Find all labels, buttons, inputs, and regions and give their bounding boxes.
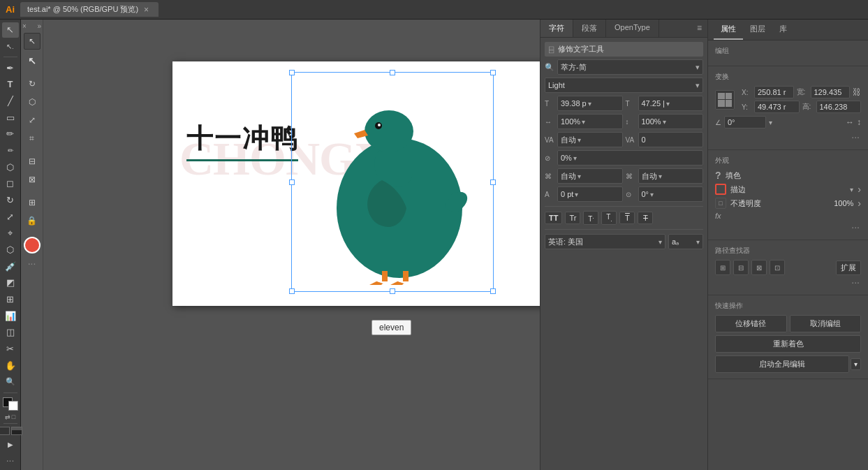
style-tr-btn[interactable]: Tr — [565, 212, 580, 224]
shaper-tool[interactable]: ⬡ — [2, 159, 19, 175]
angle-input[interactable]: 0° — [724, 116, 766, 128]
transform-grid[interactable] — [715, 90, 735, 110]
sec-align[interactable]: ⊟ — [24, 153, 41, 170]
scale-v-input[interactable]: 100% ▾ — [638, 114, 704, 129]
globaledit-dropdown[interactable]: ▾ — [851, 358, 861, 370]
sec-mirror[interactable]: ⬡ — [24, 94, 41, 110]
type-tool[interactable]: T — [2, 77, 19, 92]
panel-menu[interactable]: ≡ — [691, 20, 707, 37]
fill-question[interactable]: ? — [715, 170, 721, 181]
panel-close-btn[interactable]: × — [22, 22, 27, 30]
swap-icons[interactable]: ⇄ □ — [5, 413, 15, 420]
ungroup-btn[interactable]: 取消编组 — [790, 315, 862, 332]
style-sub-btn[interactable]: T. — [601, 211, 617, 225]
rotate-tool[interactable]: ↻ — [2, 193, 19, 208]
angle-dropdown[interactable]: ▾ — [769, 119, 772, 126]
more-tools[interactable]: ··· — [5, 453, 16, 467]
recolor-btn[interactable]: 重新着色 — [715, 335, 861, 353]
sec-shear[interactable]: ⌗ — [24, 130, 41, 147]
line-tool[interactable]: ╱ — [2, 94, 19, 109]
pen-tool[interactable]: ✒ — [2, 60, 19, 75]
tracking-input[interactable]: 0 — [638, 132, 704, 147]
pf-minus[interactable]: ⊟ — [733, 260, 749, 275]
x-input[interactable]: 250.81 r — [754, 86, 794, 98]
hand-tool[interactable]: ✋ — [2, 358, 19, 373]
active-tab[interactable]: test.ai* @ 50% (RGB/GPU 预览) × — [20, 2, 159, 17]
baseline-input[interactable]: 自动 ▾ — [557, 168, 623, 184]
aa-select[interactable]: aₐ ▾ — [668, 234, 703, 249]
pencil-tool[interactable]: ✏ — [2, 143, 19, 159]
pf-intersect[interactable]: ⊠ — [751, 260, 767, 275]
sec-rotate[interactable]: ↻ — [24, 75, 41, 92]
pf-exclude[interactable]: ⊡ — [770, 260, 785, 275]
slice-tool[interactable]: ✂ — [2, 342, 19, 357]
stroke-dropdown[interactable]: ▾ — [850, 186, 853, 193]
style-tt-btn[interactable]: TT — [545, 212, 562, 224]
panel-expand-btn[interactable]: » — [37, 22, 41, 30]
cursor-tool[interactable]: ↖ — [24, 33, 41, 50]
paintbrush-tool[interactable]: ✏ — [2, 126, 19, 142]
appearance-more[interactable]: ··· — [715, 220, 861, 234]
transform-more[interactable]: ··· — [715, 130, 861, 144]
tab-paragraph[interactable]: 段落 — [573, 20, 606, 37]
indent-input[interactable]: 自动 ▾ — [638, 168, 704, 184]
color-swatches[interactable] — [3, 397, 18, 411]
height-input[interactable]: 146.238 — [816, 101, 862, 113]
color-indicator[interactable] — [24, 237, 41, 254]
style-over-btn[interactable]: T — [619, 212, 635, 224]
style-sup-btn[interactable]: T. — [583, 211, 598, 225]
stroke-swatch[interactable] — [715, 184, 726, 195]
type-tool-button[interactable]: ⌸ 修饰文字工具 — [545, 42, 703, 57]
width-input[interactable]: 129.435 — [811, 86, 851, 98]
language-select[interactable]: 英语: 美国 ▾ — [545, 234, 665, 249]
eyedropper-tool[interactable]: 💉 — [2, 258, 19, 274]
globaledit-btn[interactable]: 启动全局编辑 — [715, 355, 849, 373]
pathfinder-expand-btn[interactable]: 扩展 — [836, 260, 861, 275]
style-strike-btn[interactable]: T — [638, 212, 653, 224]
font-size-input[interactable]: 39.38 p ▾ — [557, 96, 623, 111]
gradient-tool[interactable]: ◩ — [2, 275, 19, 291]
tab-close[interactable]: × — [144, 5, 149, 15]
tab-libraries[interactable]: 库 — [772, 20, 794, 40]
scale-tool[interactable]: ⤢ — [2, 209, 19, 224]
artboard-tool[interactable]: ◫ — [2, 325, 19, 340]
sec-scale[interactable]: ⤢ — [24, 112, 41, 128]
eraser-tool[interactable]: ◻ — [2, 176, 19, 191]
tab-layers[interactable]: 图层 — [743, 20, 772, 40]
font-family-select[interactable]: 萃方-简 ▾ — [557, 59, 703, 75]
extra-tools[interactable]: ▶ — [2, 436, 19, 452]
graph-tool[interactable]: 📊 — [2, 308, 19, 323]
blend-tool[interactable]: ⬡ — [2, 242, 19, 258]
sec-group[interactable]: ⊞ — [24, 194, 41, 211]
kerning-input[interactable]: 自动 ▾ — [557, 132, 623, 147]
opacity-more[interactable]: › — [858, 198, 861, 209]
opacity-icon[interactable]: □ — [715, 198, 726, 209]
angle-input[interactable]: 0° ▾ — [638, 186, 704, 202]
y-input[interactable]: 49.473 r — [754, 101, 800, 113]
sec-distribute[interactable]: ⊠ — [24, 171, 41, 188]
mesh-tool[interactable]: ⊞ — [2, 292, 19, 307]
rotate-input[interactable]: 0% ▾ — [557, 150, 703, 166]
font-style-select[interactable]: Light ▾ — [545, 78, 703, 93]
select-tool[interactable]: ↖ — [2, 22, 19, 38]
pathfinder-more[interactable]: ··· — [715, 275, 861, 289]
shape-tool[interactable]: ▭ — [2, 110, 19, 125]
sec-more[interactable]: ··· — [27, 256, 38, 270]
direct-select-tool[interactable]: ↖. — [2, 39, 19, 54]
scale-h-input[interactable]: 100% ▾ — [557, 114, 623, 129]
warp-tool[interactable]: ⌖ — [2, 226, 19, 241]
stroke-more[interactable]: › — [858, 184, 861, 195]
sec-lock[interactable]: 🔒 — [24, 212, 41, 229]
tab-opentype[interactable]: OpenType — [606, 20, 659, 37]
flip-h-icon[interactable]: ↔ — [846, 117, 854, 127]
pf-unite[interactable]: ⊞ — [715, 260, 730, 275]
flip-v-icon[interactable]: ↕ — [857, 117, 861, 127]
zoom-tool[interactable]: 🔍 — [2, 374, 19, 390]
char-rotate-input[interactable]: 0 pt ▾ — [557, 186, 623, 202]
tab-character[interactable]: 字符 — [540, 20, 573, 37]
rearrange-btn[interactable]: 位移锚径 — [715, 315, 787, 332]
leading-input[interactable]: 47.25 | ▾ — [638, 96, 704, 111]
tab-properties[interactable]: 属性 — [714, 20, 743, 40]
char-panel-tabs: 字符 段落 OpenType ≡ — [540, 20, 707, 38]
transform-tool[interactable]: ↖ — [24, 52, 41, 69]
